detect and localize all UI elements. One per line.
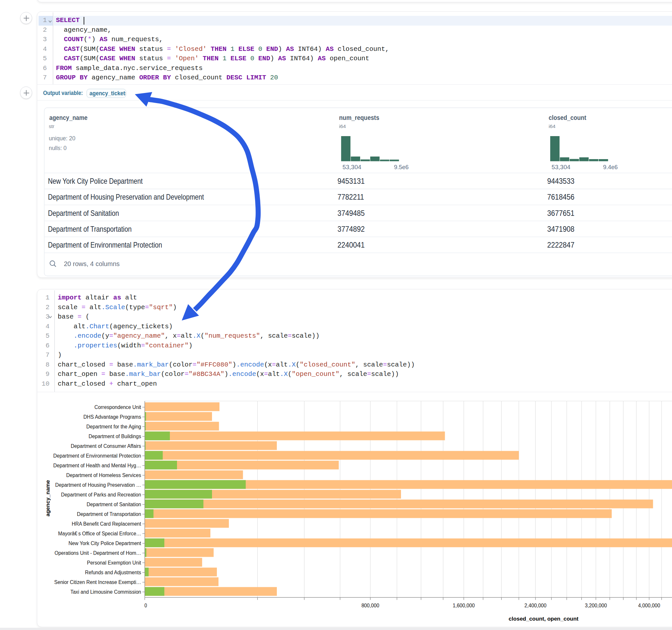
- svg-text:2240041: 2240041: [337, 240, 365, 249]
- svg-text:9.4e6: 9.4e6: [603, 164, 618, 170]
- svg-text:Senior Citizen Rent Increase E: Senior Citizen Rent Increase Exempti…: [54, 579, 141, 585]
- svg-text:3677651: 3677651: [547, 209, 574, 217]
- svg-text:Personal Exemption Unit: Personal Exemption Unit: [87, 560, 141, 565]
- svg-text:New York City Police Departmen: New York City Police Department: [68, 540, 141, 546]
- svg-text:nulls: 0: nulls: 0: [49, 145, 67, 151]
- svg-text:Department of Sanitation: Department of Sanitation: [87, 502, 141, 507]
- svg-text:New York City Police Departmen: New York City Police Department: [48, 177, 143, 185]
- svg-text:Department of Transportation: Department of Transportation: [48, 224, 131, 233]
- svg-text:20 rows, 4 columns: 20 rows, 4 columns: [64, 260, 120, 267]
- svg-text:Department of Environmental Pr: Department of Environmental Protection: [53, 453, 141, 459]
- svg-text:Department of Consumer Affairs: Department of Consumer Affairs: [71, 443, 141, 449]
- svg-text:Department of Sanitation: Department of Sanitation: [48, 209, 119, 217]
- svg-text:9443533: 9443533: [547, 177, 574, 185]
- svg-text:3471908: 3471908: [547, 224, 574, 233]
- svg-text:i64: i64: [339, 123, 346, 129]
- svg-text:Department of Housing Preserva: Department of Housing Preservation and D…: [48, 193, 204, 201]
- svg-text:Department for the Aging: Department for the Aging: [86, 424, 141, 429]
- svg-text:Department of Environmental Pr: Department of Environmental Protection: [48, 240, 162, 249]
- svg-text:7782211: 7782211: [337, 193, 364, 201]
- svg-text:800,000: 800,000: [361, 603, 379, 608]
- svg-text:7618456: 7618456: [547, 193, 574, 201]
- svg-text:3749485: 3749485: [337, 209, 365, 217]
- svg-text:num_requests: num_requests: [339, 114, 379, 121]
- svg-text:closed_count, open_count: closed_count, open_count: [509, 616, 579, 622]
- svg-text:Correspondence Unit: Correspondence Unit: [94, 405, 141, 410]
- svg-text:1,600,000: 1,600,000: [453, 603, 475, 608]
- svg-text:Department of Homeless Service: Department of Homeless Services: [66, 472, 141, 478]
- svg-text:Department of Transportation: Department of Transportation: [77, 511, 141, 517]
- svg-text:closed_count: closed_count: [549, 114, 586, 121]
- svg-text:4,000,000: 4,000,000: [638, 603, 660, 608]
- svg-text:i64: i64: [549, 123, 556, 129]
- svg-text:Taxi and Limousine Commission: Taxi and Limousine Commission: [70, 589, 141, 595]
- svg-text:HRA Benefit Card Replacement: HRA Benefit Card Replacement: [72, 521, 141, 527]
- svg-text:2,400,000: 2,400,000: [525, 603, 547, 608]
- svg-text:3774892: 3774892: [337, 224, 365, 233]
- svg-text:53,304: 53,304: [552, 164, 571, 170]
- svg-text:Department of Parks and Recrea: Department of Parks and Recreation: [61, 492, 141, 498]
- svg-text:Mayorâ€ s Office of Special En: Mayorâ€ s Office of Special Enforce…: [58, 531, 141, 536]
- svg-text:Department of Buildings: Department of Buildings: [89, 434, 141, 439]
- svg-text:agency_name: agency_name: [45, 480, 51, 516]
- svg-text:Department of Housing Preserva: Department of Housing Preservation …: [55, 482, 141, 488]
- svg-text:Refunds and Adjustments: Refunds and Adjustments: [85, 570, 141, 575]
- svg-text:Operations Unit - Department o: Operations Unit - Department of Hom…: [54, 550, 141, 556]
- svg-text:53,304: 53,304: [343, 164, 361, 170]
- svg-text:9.5e6: 9.5e6: [394, 164, 409, 170]
- svg-text:str: str: [49, 123, 54, 129]
- svg-text:0: 0: [145, 603, 147, 608]
- svg-text:DHS Advantage Programs: DHS Advantage Programs: [83, 414, 141, 420]
- svg-text:unique: 20: unique: 20: [49, 135, 75, 142]
- svg-text:3,200,000: 3,200,000: [585, 603, 607, 608]
- svg-text:9453131: 9453131: [337, 177, 365, 185]
- svg-text:2222847: 2222847: [547, 240, 574, 249]
- svg-text:Department of Health and Menta: Department of Health and Mental Hyg…: [53, 463, 141, 468]
- svg-text:agency_name: agency_name: [49, 114, 88, 121]
